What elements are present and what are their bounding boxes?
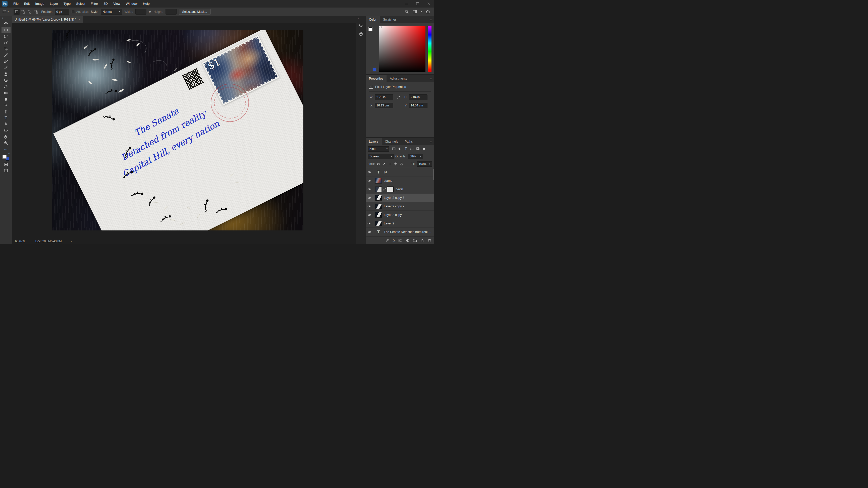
link-layers-icon[interactable] [385, 238, 389, 242]
layer-row[interactable]: T The Senate Detached from reality... [366, 228, 434, 236]
gradient-tool[interactable] [1, 90, 10, 96]
menu-edit[interactable]: Edit [21, 0, 32, 7]
lasso-tool[interactable] [1, 33, 10, 39]
filter-shape-layers-icon[interactable] [409, 147, 414, 151]
hue-slider[interactable] [428, 26, 432, 72]
saturation-brightness-field[interactable] [379, 26, 426, 72]
lock-image-pixels-icon[interactable] [382, 161, 386, 166]
layer-row-selected[interactable]: Layer 2 copy 3 [366, 194, 434, 202]
tab-color[interactable]: Color [366, 16, 380, 23]
filter-adjustment-layers-icon[interactable] [397, 147, 402, 151]
new-layer-icon[interactable] [420, 238, 424, 242]
color-panel-menu-icon[interactable]: ≡ [428, 16, 434, 23]
rectangular-marquee-tool[interactable] [1, 27, 10, 33]
dock-expand-icon[interactable]: « [356, 17, 360, 20]
maximize-button[interactable] [412, 0, 423, 7]
zoom-tool[interactable] [1, 140, 10, 146]
layer-thumbnail[interactable] [375, 187, 382, 192]
minimize-button[interactable] [401, 0, 412, 7]
filter-type-layers-icon[interactable]: T [403, 147, 408, 151]
anti-alias-checkbox[interactable]: Anti-alias [71, 10, 88, 13]
x-value-input[interactable] [375, 103, 393, 108]
status-options-chevron[interactable]: › [70, 239, 71, 243]
menu-file[interactable]: File [10, 0, 21, 7]
layer-row[interactable]: T $1 [366, 168, 434, 176]
spot-healing-brush-tool[interactable] [1, 58, 10, 65]
add-to-selection-button[interactable] [20, 9, 26, 15]
layer-thumbnail[interactable] [375, 212, 382, 218]
link-dimensions-icon[interactable] [395, 94, 401, 100]
swap-width-height-icon[interactable]: ⇄ [149, 10, 151, 13]
background-color-chip[interactable] [373, 68, 376, 71]
width-input[interactable] [135, 9, 147, 14]
quick-selection-tool[interactable] [1, 39, 10, 46]
lock-position-icon[interactable] [388, 161, 392, 166]
menu-window[interactable]: Window [123, 0, 140, 7]
eyedropper-tool[interactable] [1, 52, 10, 58]
adjustment-layer-icon[interactable] [406, 238, 410, 242]
visibility-toggle[interactable] [366, 219, 373, 227]
visibility-toggle[interactable] [366, 210, 373, 219]
tab-swatches[interactable]: Swatches [380, 16, 400, 23]
layer-mask-thumbnail[interactable] [387, 187, 394, 192]
text-layer-thumbnail[interactable]: T [375, 169, 382, 175]
menu-image[interactable]: Image [32, 0, 47, 7]
ellipse-tool[interactable] [1, 127, 10, 134]
layer-row[interactable]: Layer 2 copy [366, 210, 434, 219]
filtering-toggle-icon[interactable] [421, 147, 427, 151]
clone-stamp-tool[interactable] [1, 71, 10, 77]
menu-3d[interactable]: 3D [101, 0, 111, 7]
fill-select[interactable]: 100% ▾ [417, 161, 432, 167]
visibility-toggle[interactable] [366, 236, 373, 236]
feather-input[interactable] [55, 9, 69, 14]
lock-all-icon[interactable] [400, 161, 404, 166]
menu-filter[interactable]: Filter [88, 0, 101, 7]
tab-channels[interactable]: Channels [382, 138, 402, 145]
pen-tool[interactable] [1, 108, 10, 115]
edit-toolbar-button[interactable]: ⋯ [1, 146, 10, 152]
hand-tool[interactable] [1, 134, 10, 140]
tool-preset-dropdown[interactable]: ▾ [2, 8, 11, 15]
filter-pixel-layers-icon[interactable] [391, 147, 396, 151]
visibility-toggle[interactable] [366, 168, 373, 176]
text-layer-thumbnail[interactable]: T [375, 229, 382, 235]
layer-thumbnail[interactable] [375, 203, 382, 209]
filter-kind-select[interactable]: Kind ▾ [368, 147, 389, 152]
3d-panel-icon[interactable] [357, 30, 365, 37]
layer-thumbnail[interactable] [375, 178, 382, 184]
height-input[interactable] [165, 9, 177, 14]
visibility-toggle[interactable] [366, 202, 373, 210]
properties-panel-menu-icon[interactable]: ≡ [428, 75, 434, 82]
blend-mode-select[interactable]: Screen ▾ [368, 154, 394, 159]
workspace-switcher-icon[interactable] [413, 9, 417, 14]
add-layer-mask-icon[interactable] [398, 238, 402, 242]
tab-paths[interactable]: Paths [401, 138, 416, 145]
layer-row[interactable]: stamp [366, 176, 434, 185]
foreground-color-chip[interactable] [3, 155, 6, 158]
lock-transparency-icon[interactable] [376, 161, 381, 166]
move-tool[interactable] [1, 21, 10, 27]
visibility-toggle[interactable] [366, 228, 373, 236]
menu-type[interactable]: Type [61, 0, 73, 7]
width-value-input[interactable] [375, 94, 393, 100]
tab-properties[interactable]: Properties [366, 75, 386, 82]
layer-thumbnail[interactable] [375, 195, 382, 201]
y-value-input[interactable] [409, 103, 428, 108]
foreground-background-colors[interactable]: ⇄ [2, 153, 10, 161]
document-tab[interactable]: Untitled-1 @ 66.7% (Layer 2 copy 3, RGB/… [12, 16, 83, 23]
filter-smart-objects-icon[interactable] [415, 147, 421, 151]
visibility-toggle[interactable] [366, 176, 373, 185]
type-tool[interactable]: T [1, 115, 10, 121]
layers-panel-menu-icon[interactable]: ≡ [428, 138, 434, 145]
tab-layers[interactable]: Layers [366, 138, 382, 145]
menu-view[interactable]: View [111, 0, 123, 7]
swap-colors-icon[interactable]: ⇄ [8, 152, 10, 155]
close-button[interactable] [423, 0, 434, 7]
opacity-select[interactable]: 68% ▾ [408, 154, 423, 159]
layers-scrollbar[interactable] [433, 169, 434, 180]
intersect-selection-button[interactable] [33, 9, 39, 15]
new-selection-button[interactable] [13, 9, 20, 15]
canvas[interactable]: $1 The Senate Detached from reality Capi… [12, 23, 355, 238]
blur-tool[interactable] [1, 96, 10, 102]
layer-row[interactable]: Layer 2 [366, 219, 434, 228]
